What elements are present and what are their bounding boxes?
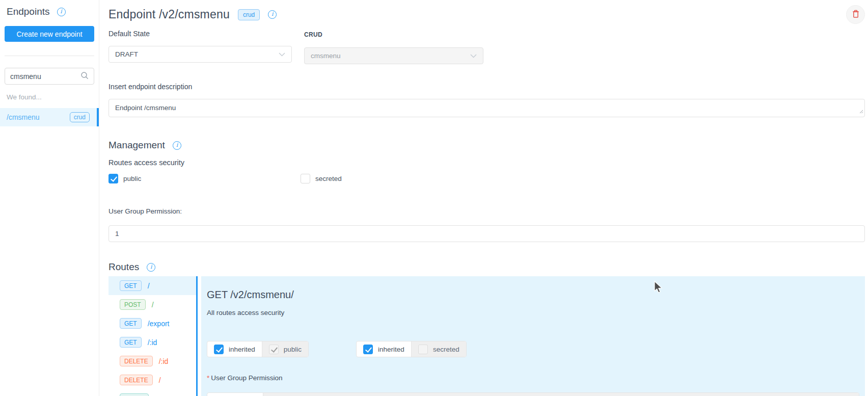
route-row[interactable]: PATCH /:id <box>108 389 196 396</box>
checkbox-checked-icon[interactable] <box>108 174 118 183</box>
route-row[interactable]: GET /export <box>108 314 196 333</box>
public-label: public <box>284 346 302 353</box>
inherited-public-group: inherited public <box>207 341 309 357</box>
chevron-down-icon <box>470 52 477 60</box>
chevron-down-icon <box>279 50 285 58</box>
info-icon[interactable]: i <box>268 10 277 19</box>
inherited-label: inherited <box>229 346 255 353</box>
search-results-label: We found... <box>5 93 94 101</box>
description-label: Insert endpoint description <box>108 83 865 91</box>
crud-field: CRUD cmsmenu <box>304 30 483 64</box>
endpoint-detail-page: Endpoint /v2/cmsmenu crud i Default Stat… <box>100 0 868 396</box>
public-checkbox[interactable]: public <box>108 174 301 183</box>
inherited-checkbox[interactable]: inherited <box>357 341 411 357</box>
method-badge: GET <box>120 337 142 348</box>
all-routes-access-security-label: All routes access security <box>207 309 859 316</box>
crud-badge: crud <box>70 112 90 122</box>
crud-badge: crud <box>238 9 260 20</box>
create-endpoint-button[interactable]: Create new endpoint <box>5 26 94 42</box>
route-path-link[interactable]: /:id <box>159 357 169 365</box>
checkbox-disabled-checked-icon <box>269 345 279 354</box>
endpoint-search[interactable] <box>5 68 94 85</box>
default-state-value: DRAFT <box>115 50 138 58</box>
method-badge: PATCH <box>120 393 149 396</box>
route-row[interactable]: POST / <box>108 295 196 314</box>
route-row[interactable]: DELETE / <box>108 371 196 389</box>
delete-endpoint-button[interactable] <box>846 5 865 24</box>
method-badge: POST <box>120 299 146 310</box>
route-path-link[interactable]: /:id <box>148 338 157 347</box>
method-badge: DELETE <box>120 375 153 385</box>
default-state-label: Default State <box>108 30 292 38</box>
page-title: Endpoint /v2/cmsmenu <box>108 8 230 21</box>
method-badge: DELETE <box>120 356 153 366</box>
checkbox-disabled-unchecked-icon <box>418 345 428 354</box>
endpoint-path-link[interactable]: /cmsmenu <box>7 113 40 121</box>
required-asterisk: * <box>207 374 209 382</box>
public-checkbox-disabled: public <box>262 341 308 357</box>
method-badge: GET <box>120 280 142 291</box>
checkbox-checked-icon[interactable] <box>214 345 224 354</box>
checkbox-unchecked-icon[interactable] <box>301 174 310 183</box>
info-icon[interactable]: i <box>173 141 181 150</box>
route-path-link[interactable]: /export <box>148 320 170 328</box>
route-detail-title: GET /v2/cmsmenu/ <box>207 289 859 301</box>
search-input[interactable] <box>10 72 80 81</box>
inherited-ugp-input-group: inherited <box>207 392 859 396</box>
routes-divider <box>196 276 198 396</box>
inherited-checkbox[interactable]: inherited <box>207 341 262 357</box>
inherited-label: inherited <box>378 346 404 353</box>
management-title: Management <box>108 140 165 151</box>
route-path-link[interactable]: / <box>152 301 154 309</box>
crud-select: cmsmenu <box>304 47 483 64</box>
route-path-link[interactable]: / <box>148 282 150 290</box>
checkbox-checked-icon[interactable] <box>363 345 373 354</box>
routes-title: Routes <box>108 261 139 273</box>
method-badge: GET <box>120 318 142 329</box>
route-detail-panel: GET /v2/cmsmenu/ All routes access secur… <box>201 276 865 396</box>
route-path-link[interactable]: / <box>159 376 161 384</box>
info-icon[interactable]: i <box>147 263 155 272</box>
route-row[interactable]: GET / <box>108 276 196 295</box>
trash-icon <box>852 10 860 20</box>
default-state-select[interactable]: DRAFT <box>108 46 292 63</box>
secreted-checkbox-label: secreted <box>315 175 342 182</box>
sidebar-title: Endpoints <box>7 6 50 17</box>
resize-grip-icon[interactable] <box>859 107 863 116</box>
inherited-checkbox[interactable]: inherited <box>207 393 263 396</box>
sidebar-divider <box>5 56 94 56</box>
search-icon <box>80 71 89 82</box>
public-checkbox-label: public <box>123 175 141 182</box>
description-textarea[interactable]: Endpoint /cmsmenu <box>108 99 865 117</box>
secreted-checkbox-disabled: secreted <box>411 341 466 357</box>
route-ugp-label-text: User Group Permission <box>211 374 282 382</box>
routes-list: GET / POST / GET /export GET /:id DELETE… <box>108 276 196 396</box>
info-icon[interactable]: i <box>57 8 66 16</box>
route-ugp-label: *User Group Permission <box>207 374 859 382</box>
default-state-field: Default State DRAFT <box>108 30 292 64</box>
crud-label: CRUD <box>304 31 483 38</box>
sidebar-item-cmsmenu[interactable]: /cmsmenu crud <box>0 108 99 126</box>
route-row[interactable]: DELETE /:id <box>108 352 196 371</box>
route-row[interactable]: GET /:id <box>108 333 196 352</box>
secreted-label: secreted <box>433 346 459 353</box>
user-group-permission-label: User Group Permission: <box>108 207 865 215</box>
route-ugp-input <box>263 393 859 396</box>
secreted-checkbox[interactable]: secreted <box>301 174 342 183</box>
routes-access-security-label: Routes access security <box>108 159 865 167</box>
endpoints-sidebar: Endpoints i Create new endpoint We found… <box>0 0 99 396</box>
crud-value: cmsmenu <box>311 52 341 60</box>
user-group-permission-input[interactable] <box>108 225 865 242</box>
inherited-secreted-group: inherited secreted <box>356 341 467 357</box>
